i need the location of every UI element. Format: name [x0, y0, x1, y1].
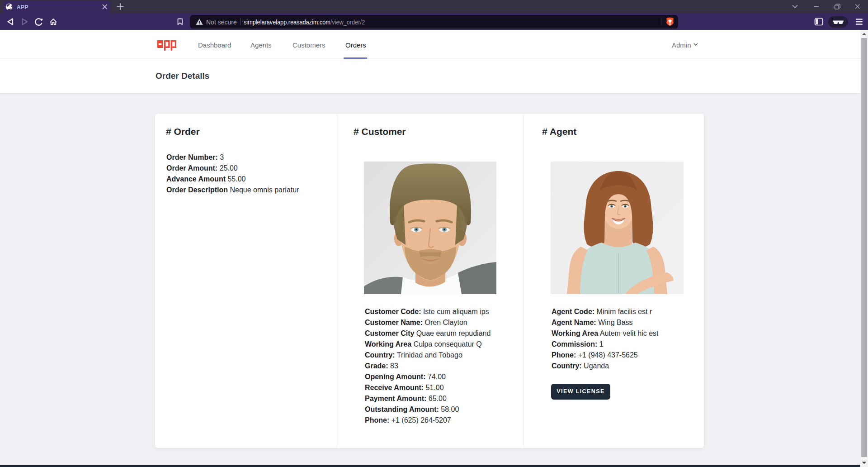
- svg-text:APP: APP: [17, 4, 28, 10]
